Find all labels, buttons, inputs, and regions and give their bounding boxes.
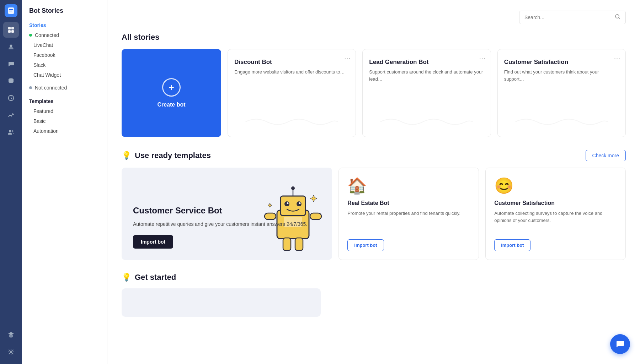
bulb-icon: 💡 (122, 151, 131, 160)
nav-templates-label[interactable]: Templates (22, 96, 107, 106)
nav-basic[interactable]: Basic (22, 116, 107, 126)
get-started-section: 💡 Get started (122, 273, 626, 317)
templates-grid: Customer Service Bot Automate repetitive… (122, 168, 626, 260)
svg-rect-3 (8, 30, 11, 33)
real-estate-template-title: Real Estate Bot (347, 200, 470, 206)
app-logo[interactable] (5, 4, 17, 17)
real-estate-template-card[interactable]: 🏠 Real Estate Bot Promote your rental pr… (338, 168, 479, 260)
lead-gen-bot-title: Lead Generation Bot (369, 59, 484, 66)
stories-cards-row: + Create bot ··· Discount Bot Engage mor… (122, 49, 626, 137)
svg-rect-2 (11, 27, 14, 29)
get-started-placeholder (122, 288, 321, 317)
nav-slack[interactable]: Slack (22, 60, 107, 70)
customer-sat-template-card[interactable]: 😊 Customer Satisfaction Automate collect… (485, 168, 626, 260)
discount-bot-card[interactable]: ··· Discount Bot Engage more website vis… (228, 49, 356, 137)
discount-bot-menu[interactable]: ··· (344, 54, 351, 62)
nav-facebook[interactable]: Facebook (22, 50, 107, 60)
customer-service-import-button[interactable]: Import bot (133, 235, 173, 249)
nav-icon-chart[interactable] (3, 107, 19, 123)
search-input[interactable] (524, 15, 612, 20)
create-plus-icon: + (162, 78, 181, 97)
nav-not-connected-label: Not connected (22, 83, 107, 93)
nav-icon-database[interactable] (3, 73, 19, 89)
discount-bot-desc: Engage more website visitors and offer d… (234, 69, 349, 76)
customer-sat-import-button[interactable]: Import bot (494, 239, 530, 251)
svg-point-8 (9, 130, 11, 132)
lead-gen-bot-card[interactable]: ··· Lead Generation Bot Support customer… (362, 49, 491, 137)
real-estate-icon: 🏠 (347, 176, 470, 195)
nav-featured[interactable]: Featured (22, 106, 107, 116)
nav-chat-widget[interactable]: Chat Widget (22, 70, 107, 80)
nav-icon-academy[interactable] (3, 327, 19, 343)
lead-gen-bot-desc: Support customers around the clock and a… (369, 69, 484, 82)
not-connected-dot (29, 86, 32, 89)
get-started-bulb-icon: 💡 (122, 273, 131, 282)
customer-service-template-card: Customer Service Bot Automate repetitive… (122, 168, 332, 260)
svg-rect-1 (8, 27, 11, 29)
nav-icon-contacts[interactable] (3, 39, 19, 55)
nav-icon-dashboard[interactable] (3, 22, 19, 38)
svg-point-9 (12, 130, 14, 132)
connected-dot (29, 34, 32, 37)
search-container (519, 11, 626, 24)
nav-livechat[interactable]: LiveChat (22, 40, 107, 50)
nav-icon-settings[interactable] (3, 344, 19, 360)
customer-sat-bot-title: Customer Satisfaction (504, 59, 619, 66)
real-estate-template-desc: Promote your rental properties and find … (347, 210, 470, 234)
customer-service-template-title: Customer Service Bot (133, 206, 321, 216)
customer-sat-template-icon: 😊 (494, 176, 617, 195)
real-estate-import-button[interactable]: Import bot (347, 239, 384, 251)
customer-sat-bot-card[interactable]: ··· Customer Satisfaction Find out what … (497, 49, 626, 137)
main-content: All stories + Create bot ··· Discount Bo… (107, 0, 640, 364)
svg-point-10 (10, 351, 12, 353)
customer-service-template-desc: Automate repetitive queries and give you… (133, 220, 321, 228)
left-navigation: Bot Stories Stories Connected LiveChat F… (22, 0, 107, 364)
customer-sat-bot-menu[interactable]: ··· (614, 54, 620, 62)
customer-sat-template-desc: Automate collecting surveys to capture t… (494, 210, 617, 234)
icon-sidebar (0, 0, 22, 364)
check-more-button[interactable]: Check more (586, 150, 626, 161)
nav-title: Bot Stories (22, 7, 107, 20)
templates-section: 💡 Use ready templates Check more (122, 150, 626, 260)
all-stories-heading: All stories (122, 33, 626, 42)
search-icon (615, 14, 620, 21)
svg-point-17 (299, 202, 301, 204)
nav-automation[interactable]: Automation (22, 126, 107, 136)
svg-point-16 (287, 202, 289, 204)
nav-icon-team[interactable] (3, 124, 19, 140)
svg-point-19 (291, 186, 295, 190)
get-started-title: 💡 Get started (122, 273, 626, 282)
nav-connected-label: Connected (22, 30, 107, 40)
svg-point-5 (10, 45, 12, 47)
templates-title: 💡 Use ready templates (122, 151, 211, 160)
nav-icon-chat[interactable] (3, 56, 19, 72)
lead-gen-bot-menu[interactable]: ··· (479, 54, 486, 62)
customer-sat-bot-desc: Find out what your customers think about… (504, 69, 619, 82)
templates-header: 💡 Use ready templates Check more (122, 150, 626, 161)
discount-bot-title: Discount Bot (234, 59, 349, 66)
svg-rect-4 (11, 30, 14, 33)
create-bot-label: Create bot (157, 102, 185, 108)
create-bot-card[interactable]: + Create bot (122, 49, 221, 137)
nav-icon-clock[interactable] (3, 90, 19, 106)
customer-sat-template-title: Customer Satisfaction (494, 200, 617, 206)
top-bar (122, 11, 626, 24)
nav-stories-link[interactable]: Stories (22, 20, 107, 30)
floating-chat-button[interactable] (610, 334, 630, 354)
